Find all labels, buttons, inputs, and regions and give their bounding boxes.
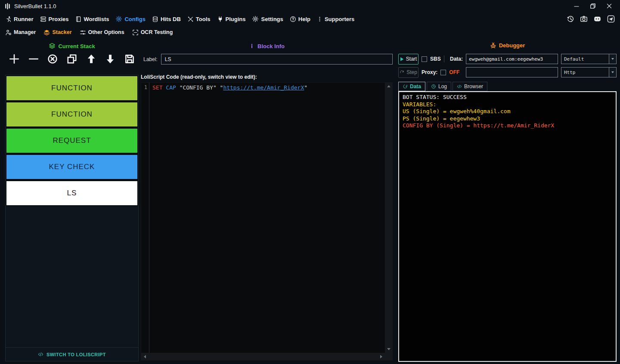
bug-icon <box>490 42 496 49</box>
debugger-panel: Debugger Start SBS Data: <box>398 40 617 362</box>
menu-configs[interactable]: Configs <box>115 15 145 22</box>
info-icon <box>249 43 255 49</box>
menu-runner[interactable]: Runner <box>5 16 34 22</box>
chevron-down-icon <box>611 58 614 60</box>
scroll-left-arrow[interactable] <box>144 355 146 358</box>
tab-log[interactable]: Log <box>427 82 451 91</box>
code-token-cap: CAP <box>166 84 179 91</box>
tab-label: Log <box>438 83 447 89</box>
sbs-checkbox[interactable] <box>422 56 427 62</box>
history-icon[interactable] <box>567 15 574 23</box>
main-content: Current Stack <box>0 40 620 364</box>
dropdown-button[interactable] <box>609 54 616 64</box>
menu-label: Hits DB <box>161 16 181 22</box>
wordlist-type-dropdown[interactable]: Default <box>561 54 617 64</box>
settings-icon <box>252 15 259 22</box>
debug-data-input[interactable] <box>466 54 558 64</box>
menu-label: Settings <box>261 16 283 22</box>
submenu-manager[interactable]: Manager <box>5 29 36 36</box>
menu-tools[interactable]: Tools <box>187 16 211 22</box>
menu-label: Proxies <box>49 16 69 22</box>
stack-block-request[interactable]: REQUEST <box>6 128 138 154</box>
data-label: Data: <box>450 56 463 62</box>
proxy-type-value: Http <box>561 70 609 75</box>
telegram-icon[interactable] <box>607 15 615 23</box>
scroll-right-arrow[interactable] <box>380 355 382 358</box>
proxy-label: Proxy: <box>422 69 437 75</box>
menu-proxies[interactable]: Proxies <box>40 16 69 22</box>
start-cluster: Start SBS Data: <box>398 54 463 65</box>
stacker-layers-icon <box>43 29 50 36</box>
stack-toolbar <box>5 51 139 66</box>
menu-plugins[interactable]: Plugins <box>217 16 246 22</box>
proxy-type-dropdown[interactable]: Http <box>561 67 617 77</box>
menu-wordlists[interactable]: Wordlists <box>75 16 109 22</box>
hits-db-icon <box>152 16 158 22</box>
proxy-checkbox[interactable] <box>440 70 446 75</box>
proxy-input[interactable] <box>466 67 558 77</box>
scroll-up-arrow[interactable] <box>387 85 391 87</box>
menu-label: Plugins <box>226 16 246 22</box>
supporters-icon <box>317 16 322 22</box>
stack-block-function-2[interactable]: FUNCTION <box>6 102 138 127</box>
add-block-button[interactable] <box>9 53 20 65</box>
move-up-button[interactable] <box>86 53 97 65</box>
stack-panel-title: Current Stack <box>58 43 95 49</box>
scroll-down-arrow[interactable] <box>387 348 391 350</box>
switch-to-loliscript-button[interactable]: SWITCH TO LOLISCRIPT <box>6 347 138 361</box>
remove-block-button[interactable] <box>28 53 39 65</box>
output-line-config-by: CONFIG BY (Single) = https://t.me/Amir_R… <box>403 122 612 130</box>
menu-settings[interactable]: Settings <box>252 15 283 22</box>
tab-label: Browser <box>464 83 483 89</box>
clear-stack-button[interactable] <box>47 53 58 65</box>
screenshot-camera-icon[interactable] <box>580 15 588 23</box>
stack-block-keycheck[interactable]: KEY CHECK <box>6 154 138 180</box>
debugger-tabs: Data Log Browser <box>398 82 617 91</box>
code-token-string: "CONFIG BY" <box>180 84 220 91</box>
ocr-scan-icon <box>132 29 139 36</box>
play-icon <box>400 57 404 62</box>
submenu-other-options[interactable]: Other Options <box>80 29 124 36</box>
plugins-icon <box>217 16 223 22</box>
block-label: REQUEST <box>53 136 91 145</box>
menu-hits-db[interactable]: Hits DB <box>152 16 181 22</box>
submenu-stacker[interactable]: Stacker <box>43 29 71 36</box>
stack-block-ls-selected[interactable]: LS <box>6 180 138 206</box>
step-button[interactable]: Step <box>398 67 418 78</box>
tab-data[interactable]: Data <box>398 82 425 91</box>
dropdown-button[interactable] <box>609 68 616 77</box>
refresh-circle-icon <box>403 84 408 89</box>
menu-help[interactable]: Help <box>290 16 310 22</box>
stack-block-function-1[interactable]: FUNCTION <box>6 75 138 101</box>
maximize-button[interactable] <box>586 1 599 11</box>
loliscript-code-editor[interactable]: 1 SET CAP "CONFIG BY" "https://t.me/Amir… <box>141 82 393 361</box>
start-button[interactable]: Start <box>398 54 418 65</box>
submenu-label: Manager <box>14 29 36 35</box>
loliscript-code-caption: LoliScript Code (read-only, switch view … <box>141 74 393 80</box>
proxy-cluster: Step Proxy: OFF <box>398 67 463 78</box>
save-stack-button[interactable] <box>124 53 135 65</box>
menu-supporters[interactable]: Supporters <box>317 16 354 22</box>
code-token-quote-close: " <box>304 84 307 91</box>
stack-panel: Current Stack <box>5 41 139 361</box>
menu-label: Help <box>298 16 310 22</box>
code-token-url-link[interactable]: https://t.me/Amir_RiderX <box>223 84 304 91</box>
app-window: { "window": { "title": "SilverBullet 1.1… <box>0 0 620 364</box>
tab-browser[interactable]: Browser <box>453 82 487 91</box>
vertical-scrollbar[interactable] <box>385 83 392 353</box>
move-down-button[interactable] <box>105 53 116 65</box>
wordlist-type-value: Default <box>561 56 609 62</box>
runner-icon <box>5 16 12 22</box>
clone-block-button[interactable] <box>66 53 78 65</box>
submenu-ocr-testing[interactable]: OCR Testing <box>132 29 173 36</box>
manager-icon <box>5 29 12 36</box>
minimize-button[interactable] <box>570 1 583 11</box>
horizontal-scrollbar[interactable] <box>141 353 385 360</box>
discord-icon[interactable] <box>593 15 601 23</box>
menu-label: Wordlists <box>84 16 109 22</box>
block-label-input[interactable] <box>161 54 393 65</box>
output-line-variables: VARIABLES: <box>403 101 612 108</box>
close-button[interactable] <box>603 1 616 11</box>
help-icon <box>290 16 296 22</box>
menu-label: Runner <box>14 16 34 22</box>
